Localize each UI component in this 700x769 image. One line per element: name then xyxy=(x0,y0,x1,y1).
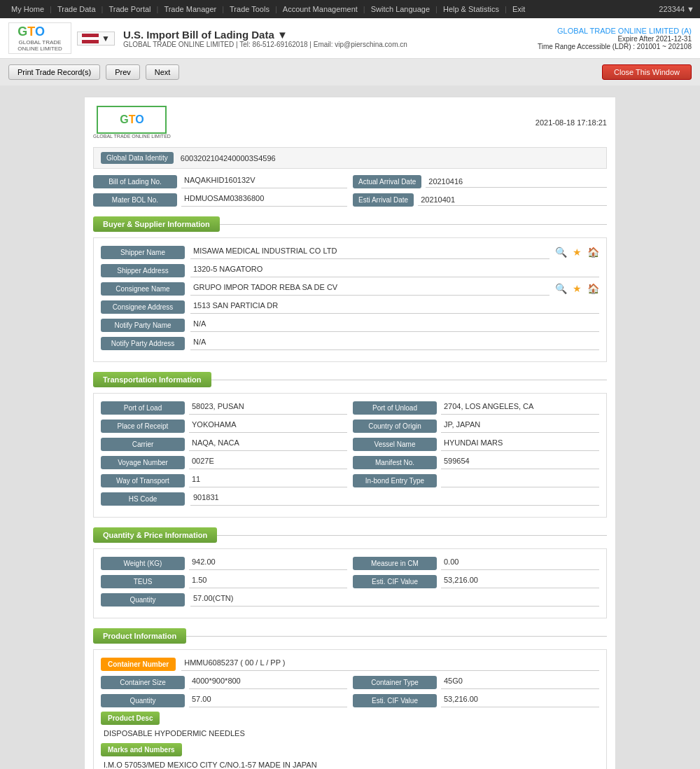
esti-arrival-value: 20210401 xyxy=(418,194,607,206)
teus-col: TEUS 1.50 xyxy=(101,574,347,588)
marks-label: Marks and Numbers xyxy=(101,743,182,756)
logo-box: GTO GLOBAL TRADEONLINE LIMITED xyxy=(8,22,71,54)
nav-trade-manager[interactable]: Trade Manager xyxy=(158,5,222,13)
product-quantity-label: Quantity xyxy=(101,694,185,707)
shipper-name-label: Shipper Name xyxy=(101,246,185,259)
quantity-price-section: Weight (KG) 942.00 Measure in CM 0.00 TE… xyxy=(93,548,607,618)
product-quantity-row: Quantity 57.00 Esti. CIF Value 53,216.00 xyxy=(101,693,599,707)
marks-row: Marks and Numbers I.M.O 57053/MED MEXICO… xyxy=(101,739,599,769)
product-header: Product Information xyxy=(93,628,607,644)
consignee-home-icon[interactable]: 🏠 xyxy=(587,283,599,294)
consignee-star-icon[interactable]: ★ xyxy=(573,283,582,294)
weight-value: 942.00 xyxy=(189,556,347,570)
nav-trade-portal[interactable]: Trade Portal xyxy=(103,5,156,13)
carrier-col: Carrier NAQA, NACA xyxy=(101,437,347,451)
global-data-identity-row: Global Data Identity 60032021042400003S4… xyxy=(93,147,607,169)
way-of-transport-label: Way of Transport xyxy=(101,474,185,487)
container-number-row: Container Number HMMU6085237 ( 00 / L / … xyxy=(101,657,599,671)
nav-exit[interactable]: Exit xyxy=(507,5,531,13)
esti-arrival-col: Esti Arrival Date 20210401 xyxy=(353,193,607,207)
container-size-row: Container Size 4000*900*800 Container Ty… xyxy=(101,675,599,689)
product-title: Product Information xyxy=(93,628,186,644)
shipper-home-icon[interactable]: 🏠 xyxy=(587,247,599,258)
product-desc-row: Product Desc DISPOSABLE HYPODERMIC NEEDL… xyxy=(101,712,599,739)
bol-col: Bill of Lading No. NAQAKHID160132V xyxy=(93,174,347,188)
container-number-value: HMMU6085237 ( 00 / L / PP ) xyxy=(181,657,599,671)
voyage-row: Voyage Number 0027E Manifest No. 599654 xyxy=(101,455,599,469)
port-of-unload-col: Port of Unload 2704, LOS ANGELES, CA xyxy=(353,401,599,415)
shipper-address-row: Shipper Address 1320-5 NAGATORO xyxy=(101,263,599,277)
shipper-star-icon[interactable]: ★ xyxy=(573,247,582,258)
in-bond-col: In-bond Entry Type xyxy=(353,473,599,487)
account-info: GLOBAL TRADE ONLINE LIMITED (A) Expire A… xyxy=(538,27,692,50)
port-of-load-col: Port of Load 58023, PUSAN xyxy=(101,401,347,415)
mater-bol-label: Mater BOL No. xyxy=(93,193,177,207)
consignee-name-row: Consignee Name GRUPO IMPOR TADOR REBA SA… xyxy=(101,282,599,296)
next-button-top[interactable]: Next xyxy=(146,64,180,80)
nav-switch-language[interactable]: Switch Language xyxy=(365,5,435,13)
notify-party-name-row: Notify Party Name N/A xyxy=(101,318,599,332)
header-subtitle: GLOBAL TRADE ONLINE LIMITED | Tel: 86-51… xyxy=(123,41,538,48)
country-of-origin-value: JP, JAPAN xyxy=(441,419,599,433)
weight-row: Weight (KG) 942.00 Measure in CM 0.00 xyxy=(101,556,599,570)
buyer-supplier-header: Buyer & Supplier Information xyxy=(93,216,607,232)
account-expire: Expire After 2021-12-31 xyxy=(538,35,692,43)
manifest-no-value: 599654 xyxy=(441,455,599,469)
buyer-supplier-title: Buyer & Supplier Information xyxy=(93,216,220,232)
product-esti-cif-label: Esti. CIF Value xyxy=(353,694,437,707)
carrier-row: Carrier NAQA, NACA Vessel Name HYUNDAI M… xyxy=(101,437,599,451)
esti-cif-label: Esti. CIF Value xyxy=(353,575,437,588)
way-of-transport-col: Way of Transport 11 xyxy=(101,473,347,487)
doc-logo: GTO GLOBAL TRADE ONLINE LIMITED xyxy=(93,106,171,139)
measure-label: Measure in CM xyxy=(353,557,437,570)
container-size-value: 4000*900*800 xyxy=(189,675,347,689)
bol-row: Bill of Lading No. NAQAKHID160132V Actua… xyxy=(93,174,607,188)
teus-label: TEUS xyxy=(101,575,185,588)
vessel-name-value: HYUNDAI MARS xyxy=(441,437,599,451)
hs-code-label: HS Code xyxy=(101,492,185,506)
country-of-origin-col: Country of Origin JP, JAPAN xyxy=(353,419,599,433)
top-toolbar: Print Trade Record(s) Prev Next Close Th… xyxy=(0,59,700,85)
actual-arrival-col: Actual Arrival Date 20210416 xyxy=(353,174,607,188)
section-divider-3 xyxy=(217,535,607,536)
in-bond-label: In-bond Entry Type xyxy=(353,474,437,487)
consignee-name-label: Consignee Name xyxy=(101,282,185,296)
consignee-name-value: GRUPO IMPOR TADOR REBA SA DE CV xyxy=(190,282,550,296)
nav-account-management[interactable]: Account Management xyxy=(277,5,363,13)
consignee-address-value: 1513 SAN PARTICIA DR xyxy=(190,300,599,314)
carrier-value: NAQA, NACA xyxy=(189,437,347,451)
product-desc-value: DISPOSABLE HYPODERMIC NEEDLES xyxy=(101,728,599,739)
prev-button-top[interactable]: Prev xyxy=(106,64,140,80)
shipper-search-icon[interactable]: 🔍 xyxy=(555,247,567,258)
print-button-top[interactable]: Print Trade Record(s) xyxy=(8,64,100,80)
quantity-price-title: Quantity & Price Information xyxy=(93,527,217,543)
page-header: GTO GLOBAL TRADEONLINE LIMITED ▼ U.S. Im… xyxy=(0,18,700,59)
nav-trade-tools[interactable]: Trade Tools xyxy=(224,5,275,13)
vessel-name-col: Vessel Name HYUNDAI MARS xyxy=(353,437,599,451)
section-divider-4 xyxy=(186,636,607,637)
product-quantity-value: 57.00 xyxy=(189,693,347,707)
receipt-row: Place of Receipt YOKOHAMA Country of Ori… xyxy=(101,419,599,433)
container-type-value: 45G0 xyxy=(441,675,599,689)
nav-my-home[interactable]: My Home xyxy=(6,5,50,13)
flag-selector[interactable]: ▼ xyxy=(77,32,115,46)
buyer-supplier-section: Shipper Name MISAWA MEDICAL INDUSTRIAL C… xyxy=(93,237,607,362)
account-range: Time Range Accessible (LDR) : 201001 ~ 2… xyxy=(538,43,692,50)
account-name: GLOBAL TRADE ONLINE LIMITED (A) xyxy=(538,27,692,35)
section-divider-2 xyxy=(211,380,607,380)
transportation-header: Transportation Information xyxy=(93,372,607,387)
flag-dropdown-icon: ▼ xyxy=(102,34,110,43)
bol-value: NAQAKHID160132V xyxy=(181,174,347,188)
consignee-search-icon[interactable]: 🔍 xyxy=(555,283,567,294)
logo-area: GTO GLOBAL TRADEONLINE LIMITED ▼ xyxy=(8,22,123,54)
manifest-no-col: Manifest No. 599654 xyxy=(353,455,599,469)
nav-trade-data[interactable]: Trade Data xyxy=(52,5,102,13)
shipper-name-row: Shipper Name MISAWA MEDICAL INDUSTRIAL C… xyxy=(101,245,599,259)
mater-bol-row: Mater BOL No. HDMUOSAM03836800 Esti Arri… xyxy=(93,193,607,207)
container-size-col: Container Size 4000*900*800 xyxy=(101,675,347,689)
mater-bol-col: Mater BOL No. HDMUOSAM03836800 xyxy=(93,193,347,207)
doc-logo-box: GTO xyxy=(97,106,167,134)
close-button-top[interactable]: Close This Window xyxy=(602,64,692,80)
nav-help-statistics[interactable]: Help & Statistics xyxy=(438,5,505,13)
measure-col: Measure in CM 0.00 xyxy=(353,556,599,570)
